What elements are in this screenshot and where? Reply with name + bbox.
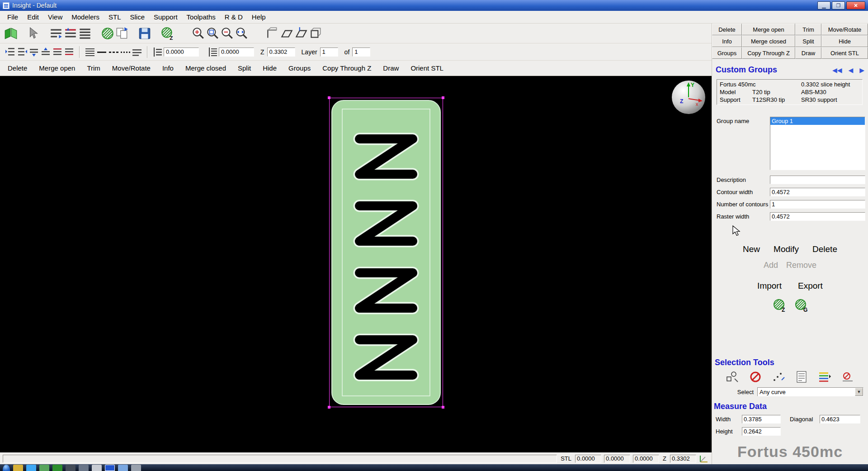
action-merge-open[interactable]: Merge open — [33, 64, 81, 72]
line-style-multi-icon[interactable] — [131, 46, 143, 58]
panel-split-button[interactable]: Split — [795, 35, 821, 47]
taskbar-icon[interactable] — [13, 465, 23, 471]
taskbar-icon[interactable] — [52, 465, 62, 471]
taskbar-icon-active[interactable] — [105, 465, 115, 471]
align-icon-3[interactable] — [78, 26, 92, 41]
menu-file[interactable]: File — [3, 11, 23, 23]
offset1-input[interactable] — [164, 48, 199, 57]
line-style-dashed-icon[interactable] — [108, 46, 119, 58]
viewport[interactable]: Y x Z — [0, 76, 712, 452]
menu-rd[interactable]: R & D — [220, 11, 247, 23]
num-contours-input[interactable] — [770, 200, 865, 209]
order-icon-4[interactable] — [40, 46, 52, 58]
zoom-out-icon[interactable] — [220, 26, 234, 41]
order-icon-2[interactable] — [16, 46, 28, 58]
panel-move-rotate-button[interactable]: Move/Rotate — [821, 24, 868, 35]
zoom-extents-icon[interactable] — [234, 26, 249, 41]
panel-hide-button[interactable]: Hide — [821, 35, 868, 47]
taskbar-icon[interactable] — [79, 465, 89, 471]
delete-group-button[interactable]: Delete — [812, 244, 837, 254]
zoom-window-icon[interactable] — [205, 26, 220, 41]
prev-group-icon[interactable]: ◀ — [848, 67, 853, 74]
offset2-input[interactable] — [219, 48, 254, 57]
action-copy-through-z[interactable]: Copy Through Z — [316, 64, 377, 72]
modify-button[interactable]: Modify — [774, 244, 799, 254]
action-split[interactable]: Split — [232, 64, 257, 72]
select-points-icon[interactable] — [772, 370, 785, 384]
group-listbox[interactable]: Group 1 — [770, 117, 865, 170]
panel-orient-stl-button[interactable]: Orient STL — [821, 47, 868, 59]
taskbar-icon[interactable] — [131, 465, 141, 471]
select-curve-dropdown[interactable]: Any curve ▼ — [757, 387, 863, 396]
copy-icon[interactable] — [115, 26, 129, 41]
z-value-field[interactable]: 0.3302 — [267, 48, 295, 57]
minimize-button[interactable]: ▁ — [817, 1, 830, 10]
align-icon-2[interactable] — [63, 26, 78, 41]
coordinate-mode-icon[interactable] — [699, 454, 709, 463]
panel-info-button[interactable]: Info — [712, 35, 742, 47]
exclude-icon[interactable] — [841, 370, 854, 384]
line-style-lines-icon[interactable] — [84, 46, 96, 58]
start-button[interactable] — [3, 465, 10, 471]
view-icon-2[interactable] — [279, 26, 294, 41]
menu-modelers[interactable]: Modelers — [67, 11, 104, 23]
group-list-item[interactable]: Group 1 — [770, 117, 865, 125]
action-groups[interactable]: Groups — [283, 64, 316, 72]
taskbar[interactable] — [0, 464, 868, 471]
slice-z-icon[interactable]: Z — [160, 26, 175, 41]
offset-icon-2[interactable] — [207, 46, 219, 58]
raster-width-input[interactable] — [770, 212, 865, 221]
close-button[interactable]: ✕ — [846, 1, 865, 10]
view-icon-4[interactable] — [308, 26, 323, 41]
select-shapes-icon[interactable] — [726, 370, 739, 384]
taskbar-icon[interactable] — [26, 465, 36, 471]
action-orient-stl[interactable]: Orient STL — [405, 64, 449, 72]
selection-handle[interactable] — [328, 406, 330, 409]
action-merge-closed[interactable]: Merge closed — [179, 64, 232, 72]
panel-draw-button[interactable]: Draw — [795, 47, 821, 59]
panel-delete-button[interactable]: Delete — [712, 24, 742, 35]
order-icon-6[interactable] — [63, 46, 75, 58]
action-info[interactable]: Info — [156, 64, 179, 72]
import-z-icon[interactable]: Z — [772, 298, 787, 313]
panel-merge-open-button[interactable]: Merge open — [742, 24, 795, 35]
selection-handle[interactable] — [442, 96, 444, 99]
panel-copy-through-z-button[interactable]: Copy Through Z — [742, 47, 795, 59]
view-icon-3[interactable] — [294, 26, 308, 41]
menu-view[interactable]: View — [43, 11, 67, 23]
view-icon-1[interactable] — [265, 26, 279, 41]
pointer-icon[interactable] — [26, 26, 41, 41]
order-icon-1[interactable] — [5, 46, 16, 58]
next-group-icon[interactable]: ▶ — [859, 67, 864, 74]
layer-count-field[interactable]: 1 — [352, 48, 370, 57]
first-group-icon[interactable]: ◀◀ — [832, 67, 842, 74]
panel-groups-button[interactable]: Groups — [712, 47, 742, 59]
align-icon-1[interactable] — [49, 26, 63, 41]
order-icon-5[interactable] — [52, 46, 63, 58]
taskbar-icon[interactable] — [118, 465, 128, 471]
save-icon[interactable] — [137, 26, 152, 41]
action-move-rotate[interactable]: Move/Rotate — [106, 64, 156, 72]
description-input[interactable] — [770, 176, 865, 184]
action-trim[interactable]: Trim — [81, 64, 106, 72]
layer-value-field[interactable]: 1 — [320, 48, 338, 57]
select-list-icon[interactable] — [795, 370, 808, 384]
taskbar-icon[interactable] — [66, 465, 75, 471]
menu-support[interactable]: Support — [149, 11, 182, 23]
contour-width-input[interactable] — [770, 188, 865, 196]
export-g-icon[interactable]: G — [794, 298, 808, 313]
slice-icon[interactable] — [100, 26, 115, 41]
select-color-icon[interactable] — [818, 370, 831, 384]
menu-toolpaths[interactable]: Toolpaths — [182, 11, 220, 23]
orientation-sphere[interactable]: Y x Z — [671, 80, 706, 115]
panel-trim-button[interactable]: Trim — [795, 24, 821, 35]
selection-handle[interactable] — [442, 406, 444, 409]
action-draw[interactable]: Draw — [377, 64, 405, 72]
panel-merge-closed-button[interactable]: Merge closed — [742, 35, 795, 47]
menu-edit[interactable]: Edit — [23, 11, 43, 23]
maximize-button[interactable]: ❐ — [832, 1, 845, 10]
chevron-down-icon[interactable]: ▼ — [855, 388, 863, 396]
line-style-solid-icon[interactable] — [96, 46, 108, 58]
action-hide[interactable]: Hide — [257, 64, 283, 72]
taskbar-icon[interactable] — [92, 465, 102, 471]
